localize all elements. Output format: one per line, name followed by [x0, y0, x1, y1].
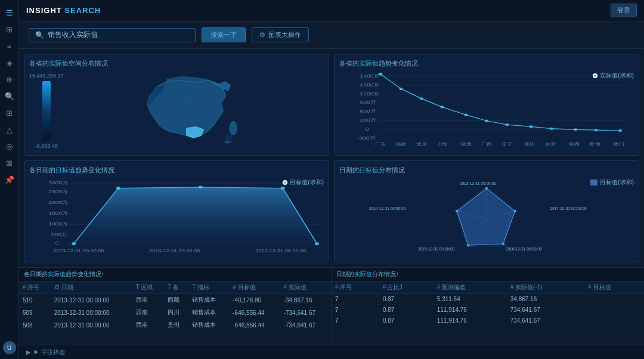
bottom-section: 各日期的实际值趋势变化情况↑ # 序号 🗓 日期 T 区域 T 省 T 指标 #…	[19, 267, 644, 345]
legend-circle	[593, 73, 597, 78]
svg-text:广西: 广西	[481, 142, 492, 146]
search-execute-button[interactable]: 搜索一下	[202, 27, 246, 42]
svg-text:福建: 福建	[395, 142, 406, 146]
sidebar-icon-grid2[interactable]: ⊞	[1, 105, 18, 120]
svg-text:1800万: 1800万	[360, 73, 379, 78]
user-avatar[interactable]: U	[3, 341, 16, 354]
th-region: T 区域	[132, 281, 164, 294]
th-ratio: # 占比1	[379, 281, 434, 294]
chart-legend-radar: 目标值(求和)	[590, 178, 634, 187]
sidebar-icon-pin[interactable]: 📌	[1, 172, 18, 187]
chart-title-map: 各省的实际值空间分布情况	[29, 59, 324, 68]
svg-point-30	[550, 128, 553, 130]
table-scroll-left[interactable]: # 序号 🗓 日期 T 区域 T 省 T 指标 # 目标值 # 实际值 510	[19, 281, 331, 345]
sidebar-icon-filter[interactable]: ⊠	[1, 155, 18, 171]
svg-text:1000万: 1000万	[48, 222, 68, 227]
svg-point-31	[574, 128, 577, 131]
svg-text:0: 0	[55, 241, 59, 246]
table-row: 508 2013-12-31 00:00:00 西南 贵州 销售成本 -646,…	[19, 319, 331, 332]
sidebar: ☰ ⊞ ≡ ◈ ⊕ 🔍 ⊞ △ ◎ ⊠ 📌 U	[0, 0, 19, 359]
th-actual-minus1: # 实际值(-1)	[507, 281, 585, 294]
chart-content-line-top: 实际值(求和) 1800万 1500万 1200万 900万 600万 300万…	[339, 72, 634, 150]
main-content: INSIGHT SEARCH 登录 🔍 搜索一下 ⚙ 图表大操作 各省的实际值空…	[19, 0, 644, 359]
svg-text:重庆: 重庆	[524, 142, 535, 146]
table-row: 509 2013-12-31 00:00:00 西南 四川 销售成本 -646,…	[19, 307, 331, 319]
svg-text:广东: 广东	[375, 142, 386, 146]
svg-marker-79	[457, 188, 515, 245]
sidebar-icon-grid[interactable]: ⊞	[1, 21, 18, 37]
svg-point-22	[378, 73, 382, 76]
radar-chart-svg: 2013-12-31 00:00:00 2017-12-31 00:00:00 …	[339, 178, 634, 257]
chart-panel-radar: 日期的目标值分布情况 目标值(求和)	[334, 160, 639, 262]
svg-text:陕西: 陕西	[569, 142, 580, 146]
svg-marker-60	[74, 187, 317, 244]
svg-point-83	[467, 244, 469, 246]
logo-search: SEARCH	[64, 6, 101, 15]
svg-text:台湾: 台湾	[545, 142, 556, 146]
data-table-left: # 序号 🗓 日期 T 区域 T 省 T 指标 # 目标值 # 实际值 510	[19, 281, 331, 332]
svg-text:2017-12-31 00:00:00: 2017-12-31 00:00:00	[550, 206, 587, 211]
search-icon: 🔍	[35, 31, 44, 39]
area-chart-svg: 3000万 2500万 2000万 1500万 1000万 500万 0	[29, 178, 324, 257]
sidebar-icon-list[interactable]: ≡	[1, 38, 18, 54]
sidebar-icon-settings[interactable]: ◎	[1, 138, 18, 154]
svg-point-23	[400, 88, 403, 90]
login-button[interactable]: 登录	[611, 4, 637, 17]
th-target-r: # 目标值	[584, 281, 644, 294]
chart-content-area: 目标值(求和) 3000万 2500万 2000万 1500万 1000万 50…	[29, 178, 324, 257]
svg-point-65	[315, 242, 319, 245]
svg-point-24	[420, 97, 423, 100]
chart-title-area: 各日期的目标值趋势变化情况	[29, 166, 324, 175]
th-date: 🗓 日期	[51, 281, 132, 294]
svg-text:青海: 青海	[589, 142, 600, 146]
sidebar-icon-chart[interactable]: △	[1, 122, 18, 137]
field-selector[interactable]: ▶ ▶ 字段择选	[19, 345, 644, 359]
table-scroll-right[interactable]: # 序号 # 占比1 # 预测偏差 # 实际值(-1) # 目标值 7 0.87…	[332, 281, 644, 345]
svg-text:3000万: 3000万	[48, 180, 68, 185]
svg-text:南海: 南海	[225, 141, 230, 144]
table-title-right: 日期的实际值分布情况↑	[332, 268, 644, 281]
field-selector-expand[interactable]: ▶ ▶ 字段择选	[26, 348, 65, 357]
settings-icon: ⚙	[259, 31, 265, 39]
chart-title-line-top: 各省的实际值趋势变化情况	[339, 59, 634, 68]
chart-content-radar: 目标值(求和)	[339, 178, 634, 257]
chart-legend-bottom-left: 目标值(求和)	[283, 178, 324, 187]
sidebar-icon-search[interactable]: 🔍	[1, 88, 18, 104]
th-target: # 目标值	[229, 281, 280, 294]
chart-panel-area: 各日期的目标值趋势变化情况 目标值(求和) 3000万 2500万 2000万 …	[24, 160, 329, 262]
svg-point-32	[595, 129, 598, 131]
svg-point-26	[465, 114, 468, 116]
svg-point-82	[502, 243, 504, 245]
svg-point-61	[72, 242, 76, 245]
svg-point-62	[116, 187, 120, 190]
expand-arrow-icon: ▶	[26, 349, 31, 355]
search-input[interactable]	[48, 31, 179, 39]
sidebar-icon-add[interactable]: ⊕	[1, 72, 18, 87]
th-index-r: # 序号	[332, 281, 379, 294]
map-legend: 16,443,283.17 -6,666.48	[29, 73, 64, 149]
svg-text:500万: 500万	[51, 233, 68, 237]
svg-text:1200万: 1200万	[360, 91, 379, 96]
radar-legend-box	[590, 180, 597, 185]
sidebar-icon-menu[interactable]: ☰	[1, 5, 18, 20]
map-container: 16,443,283.17 -6,666.48	[29, 72, 324, 150]
svg-text:300万: 300万	[360, 118, 376, 123]
svg-point-80	[485, 187, 488, 190]
map-legend-bar	[42, 81, 51, 141]
svg-text:澳门: 澳门	[614, 142, 624, 146]
svg-point-27	[485, 119, 488, 122]
chart-panel-line-top: 各省的实际值趋势变化情况 实际值(求和) 1800万 1500万 1200万 9…	[334, 54, 639, 156]
table-panel-right: 日期的实际值分布情况↑ # 序号 # 占比1 # 预测偏差 # 实际值(-1) …	[332, 268, 644, 345]
sidebar-icon-tag[interactable]: ◈	[1, 55, 18, 70]
map-legend-min: -6,666.48	[35, 143, 58, 149]
svg-point-81	[513, 210, 516, 212]
chart-content-map: 16,443,283.17 -6,666.48	[29, 72, 324, 150]
svg-text:2013-12-31 00:00:00: 2013-12-31 00:00:00	[460, 181, 497, 185]
th-province: T 省	[164, 281, 189, 294]
svg-text:1500万: 1500万	[48, 211, 68, 215]
svg-text:1500万: 1500万	[360, 82, 379, 87]
search-input-wrap: 🔍	[29, 28, 196, 42]
svg-text:2014-12-31 00:00:00: 2014-12-31 00:00:00	[369, 206, 406, 211]
th-index: # 序号	[19, 281, 51, 294]
chart-expand-button[interactable]: ⚙ 图表大操作	[252, 27, 309, 42]
